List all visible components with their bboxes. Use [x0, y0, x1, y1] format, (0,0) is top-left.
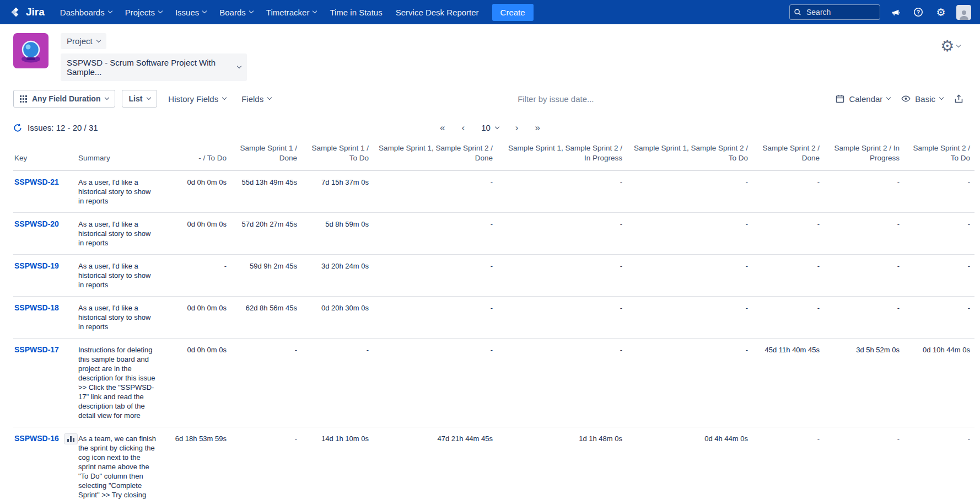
column-header-sample-sprint-1-done[interactable]: Sample Sprint 1 / Done — [231, 140, 301, 170]
nav-item-service-desk-reporter[interactable]: Service Desk Reporter — [389, 0, 486, 24]
duration-cell: 0d 0h 0m 0s — [162, 170, 231, 213]
column-header-sample-sprint-1-sample-sprint-2-in-progress[interactable]: Sample Sprint 1, Sample Sprint 2 / In Pr… — [497, 140, 627, 170]
chevron-down-icon — [147, 95, 151, 100]
report-toolbar: Any Field Duration List History Fields F… — [0, 84, 980, 115]
grid-icon — [20, 95, 27, 103]
issue-summary: As a user, I'd like a historical story t… — [74, 297, 162, 339]
issue-key-cell: SSPWSD-19 — [14, 261, 69, 271]
table-row: SSPWSD-19As a user, I'd like a historica… — [13, 255, 974, 297]
duration-cell: - — [904, 255, 974, 297]
gear-icon[interactable]: ⚙ — [934, 5, 948, 19]
search-input[interactable] — [789, 4, 880, 20]
issue-key-cell: SSPWSD-16 — [14, 434, 69, 444]
column-header-key[interactable]: Key — [13, 140, 74, 170]
column-header-sample-sprint-2-done[interactable]: Sample Sprint 2 / Done — [752, 140, 824, 170]
next-page-button[interactable]: › — [515, 123, 519, 132]
history-fields-button[interactable]: History Fields — [164, 90, 230, 108]
view-mode-button[interactable]: Basic — [901, 94, 943, 104]
project-header: Project SSPWSD - Scrum Software Project … — [0, 24, 980, 84]
issue-key-link[interactable]: SSPWSD-16 — [14, 434, 59, 443]
column-header-sample-sprint-1-sample-sprint-2-to-do[interactable]: Sample Sprint 1, Sample Sprint 2 / To Do — [627, 140, 752, 170]
duration-cell: - — [497, 339, 627, 427]
issue-key-td: SSPWSD-21 — [13, 170, 74, 213]
fields-button[interactable]: Fields — [237, 90, 276, 108]
nav-item-label: Boards — [219, 8, 246, 17]
chevron-down-icon — [313, 9, 317, 13]
table-header-row: KeySummary- / To DoSample Sprint 1 / Don… — [13, 140, 974, 170]
help-icon[interactable]: ? — [911, 5, 925, 19]
export-icon[interactable] — [954, 94, 963, 104]
issue-key-link[interactable]: SSPWSD-17 — [14, 345, 59, 355]
issue-key-link[interactable]: SSPWSD-20 — [14, 219, 59, 229]
duration-cell: 0d 20h 30m 0s — [301, 297, 373, 339]
column-header--to-do[interactable]: - / To Do — [162, 140, 231, 170]
column-header-sample-sprint-1-to-do[interactable]: Sample Sprint 1 / To Do — [301, 140, 373, 170]
view-mode-label: Basic — [915, 94, 935, 104]
page-size-select[interactable]: 10 — [481, 123, 499, 132]
project-avatar[interactable] — [13, 33, 49, 71]
duration-cell: - — [497, 213, 627, 255]
date-filter-wrap — [282, 94, 829, 104]
chart-icon[interactable] — [64, 433, 78, 444]
calendar-mode-button[interactable]: Calendar — [836, 94, 890, 104]
duration-cell: 3d 20h 24m 0s — [301, 255, 373, 297]
refresh-icon[interactable] — [13, 124, 22, 132]
field-duration-button[interactable]: Any Field Duration — [13, 90, 115, 108]
issue-key-link[interactable]: SSPWSD-19 — [14, 261, 59, 271]
chevron-down-icon — [158, 9, 163, 13]
nav-item-timetracker[interactable]: Timetracker — [260, 0, 324, 24]
chevron-down-icon — [237, 64, 241, 68]
duration-cell: - — [497, 297, 627, 339]
nav-item-boards[interactable]: Boards — [213, 0, 260, 24]
duration-cell: - — [824, 213, 904, 255]
jira-logo[interactable]: Jira — [7, 6, 53, 18]
column-header-sample-sprint-2-to-do[interactable]: Sample Sprint 2 / To Do — [904, 140, 974, 170]
duration-cell: 3d 5h 52m 0s — [824, 339, 904, 427]
duration-cell: - — [373, 297, 497, 339]
duration-cell: 6d 18h 53m 59s — [162, 427, 231, 499]
issue-summary: As a team, we can finish the sprint by c… — [74, 427, 162, 499]
duration-cell: - — [373, 339, 497, 427]
field-duration-label: Any Field Duration — [32, 94, 100, 103]
issue-key-cell: SSPWSD-17 — [14, 345, 69, 355]
duration-cell: - — [752, 170, 824, 213]
chevron-down-icon — [495, 124, 499, 128]
svg-text:?: ? — [917, 9, 920, 15]
view-type-label: List — [128, 94, 142, 103]
report-settings-button[interactable]: ⚙ — [940, 39, 960, 54]
duration-cell: - — [904, 427, 974, 499]
toolbar-right: Calendar Basic — [836, 94, 963, 104]
pagination: « ‹ 10 › » — [440, 123, 540, 132]
chevron-down-icon — [222, 95, 227, 100]
issue-summary: As a user, I'd like a historical story t… — [74, 213, 162, 255]
user-avatar[interactable] — [956, 5, 971, 20]
first-page-button[interactable]: « — [440, 123, 445, 132]
column-header-summary[interactable]: Summary — [74, 140, 162, 170]
column-header-sample-sprint-2-in-progress[interactable]: Sample Sprint 2 / In Progress — [824, 140, 904, 170]
nav-item-time-in-status[interactable]: Time in Status — [323, 0, 389, 24]
create-button[interactable]: Create — [492, 4, 534, 21]
issue-date-filter-input[interactable] — [478, 94, 633, 104]
nav-item-issues[interactable]: Issues — [169, 0, 213, 24]
search-box — [789, 4, 880, 20]
duration-cell: 0d 0h 0m 0s — [162, 297, 231, 339]
last-page-button[interactable]: » — [535, 123, 540, 132]
issue-key-link[interactable]: SSPWSD-21 — [14, 178, 59, 187]
announcement-icon[interactable] — [889, 5, 903, 19]
chevron-down-icon — [105, 95, 109, 100]
nav-item-projects[interactable]: Projects — [119, 0, 169, 24]
scope-selector[interactable]: Project — [61, 33, 106, 49]
nav-item-label: Timetracker — [266, 8, 310, 17]
fields-label: Fields — [241, 94, 263, 104]
duration-cell: - — [231, 427, 301, 499]
nav-item-label: Projects — [125, 8, 155, 17]
prev-page-button[interactable]: ‹ — [461, 123, 465, 132]
issue-key-link[interactable]: SSPWSD-18 — [14, 303, 59, 313]
column-header-sample-sprint-1-sample-sprint-2-done[interactable]: Sample Sprint 1, Sample Sprint 2 / Done — [373, 140, 497, 170]
nav-item-dashboards[interactable]: Dashboards — [53, 0, 119, 24]
view-type-button[interactable]: List — [122, 90, 157, 108]
project-selector[interactable]: SSPWSD - Scrum Software Project With Sam… — [61, 53, 247, 81]
project-name: SSPWSD - Scrum Software Project With Sam… — [67, 58, 230, 77]
table-row: SSPWSD-17Instructions for deleting this … — [13, 339, 974, 427]
nav-item-label: Issues — [175, 8, 199, 17]
